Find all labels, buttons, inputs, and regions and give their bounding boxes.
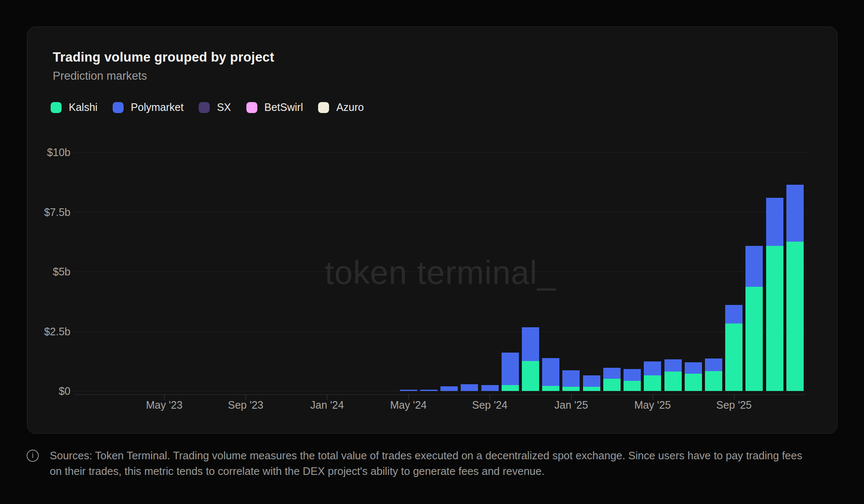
bar-segment-polymarket-oct-25[interactable] — [745, 246, 763, 287]
x-axis-label-sep-24: Sep '24 — [472, 399, 508, 411]
bar-segment-polymarket-nov-24[interactable] — [522, 327, 539, 361]
bar-segment-kalshi-dec-25[interactable] — [786, 242, 804, 391]
page: Trading volume grouped by project Predic… — [0, 0, 864, 504]
gridline-2-5b — [75, 332, 806, 332]
bar-segment-kalshi-feb-25[interactable] — [583, 387, 600, 391]
bar-segment-polymarket-may-24[interactable] — [400, 390, 417, 391]
bar-segment-kalshi-aug-25[interactable] — [705, 371, 722, 391]
source-text-line1: Sources: Token Terminal. Trading volume … — [50, 448, 802, 464]
x-axis-label-sep-23: Sep '23 — [228, 399, 263, 411]
bar-segment-polymarket-mar-25[interactable] — [603, 368, 621, 379]
x-axis-label-may-23: May '23 — [146, 399, 183, 411]
bar-segment-polymarket-jun-25[interactable] — [664, 359, 682, 372]
x-axis-label-sep-25: Sep '25 — [716, 399, 752, 411]
gridline-0 — [75, 391, 806, 391]
bar-segment-polymarket-oct-24[interactable] — [502, 353, 519, 385]
bar-segment-kalshi-jan-25[interactable] — [562, 387, 580, 391]
bar-segment-polymarket-jan-25[interactable] — [562, 370, 580, 387]
bar-segment-kalshi-nov-25[interactable] — [766, 246, 783, 391]
bar-segment-polymarket-jul-24[interactable] — [440, 386, 458, 391]
y-axis-label-0: $0 — [27, 385, 70, 397]
bar-segment-polymarket-sep-25[interactable] — [725, 305, 742, 323]
x-axis-line — [75, 394, 806, 395]
x-axis-label-may-24: May '24 — [390, 399, 427, 411]
bar-segment-polymarket-sep-24[interactable] — [481, 385, 499, 391]
bar-segment-kalshi-jun-25[interactable] — [664, 372, 682, 391]
bar-segment-kalshi-jul-25[interactable] — [685, 374, 702, 391]
bar-segment-kalshi-nov-24[interactable] — [522, 361, 539, 391]
source-footnote: i Sources: Token Terminal. Trading volum… — [27, 448, 845, 479]
bar-segment-kalshi-oct-24[interactable] — [502, 385, 519, 391]
bar-segment-polymarket-may-25[interactable] — [644, 361, 661, 375]
x-axis-label-may-25: May '25 — [634, 399, 671, 411]
token-terminal-watermark: token terminal_ — [325, 253, 556, 292]
gridline-10b — [75, 152, 806, 153]
bar-segment-kalshi-sep-25[interactable] — [725, 323, 742, 391]
bar-segment-kalshi-apr-25[interactable] — [624, 381, 641, 391]
bar-segment-polymarket-feb-25[interactable] — [583, 375, 600, 387]
bar-segment-polymarket-dec-24[interactable] — [542, 358, 559, 386]
bar-segment-polymarket-jul-25[interactable] — [685, 362, 702, 374]
y-axis-label-5b: $5b — [27, 266, 70, 278]
source-text-line2: on their trades, this metric tends to co… — [50, 464, 802, 479]
bar-segment-kalshi-oct-25[interactable] — [745, 287, 763, 391]
bar-segment-polymarket-nov-25[interactable] — [766, 198, 783, 246]
bar-segment-polymarket-aug-24[interactable] — [461, 384, 478, 391]
bar-segment-polymarket-aug-25[interactable] — [705, 358, 722, 371]
bar-segment-kalshi-mar-25[interactable] — [603, 379, 621, 391]
bar-segment-polymarket-jun-24[interactable] — [420, 390, 437, 391]
y-axis-label-7-5b: $7.5b — [27, 206, 70, 218]
bar-segment-kalshi-dec-24[interactable] — [542, 386, 559, 391]
x-axis-label-jan-24: Jan '24 — [310, 399, 344, 411]
bar-segment-polymarket-dec-25[interactable] — [786, 185, 804, 242]
source-text: Sources: Token Terminal. Trading volume … — [50, 448, 802, 479]
bar-segment-polymarket-apr-25[interactable] — [624, 369, 641, 380]
plot-area: token terminal_ $0$2.5b$5b$7.5b$10bMay '… — [27, 27, 837, 433]
gridline-7-5b — [75, 212, 806, 213]
y-axis-label-2-5b: $2.5b — [27, 326, 70, 338]
info-icon: i — [27, 450, 39, 462]
y-axis-label-10b: $10b — [27, 146, 70, 159]
x-axis-label-jan-25: Jan '25 — [554, 399, 588, 411]
chart-card: Trading volume grouped by project Predic… — [27, 27, 837, 434]
bar-segment-kalshi-may-25[interactable] — [644, 375, 661, 391]
